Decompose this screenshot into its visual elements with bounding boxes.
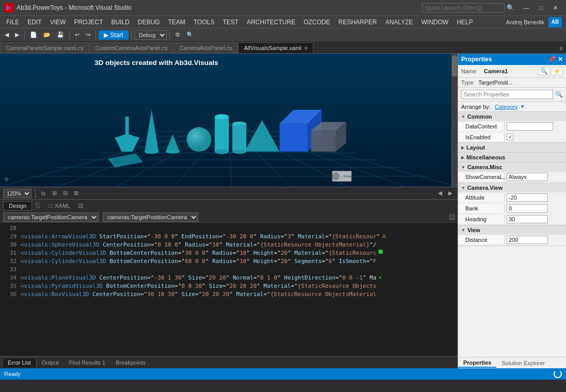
tb-sep-1	[24, 30, 25, 40]
prop-attitude-name: Attitude	[458, 193, 505, 202]
section-misc-triangle: ▶	[461, 155, 464, 160]
code-dropdown-1[interactable]: cameras:TargetPositionCamera	[3, 213, 99, 222]
prop-distance-val	[505, 235, 566, 245]
section-view: ▼ View Distance	[458, 225, 566, 246]
menu-edit[interactable]: EDIT	[23, 18, 45, 27]
section-camera-misc-header[interactable]: ▼ Camera.Misc	[458, 162, 566, 172]
arrow-left-btn[interactable]: ◀	[436, 189, 444, 197]
svg-point-43	[332, 173, 339, 180]
section-camera-view-header[interactable]: ▼ Camera.View	[458, 183, 566, 192]
tb-back[interactable]: ◀	[2, 30, 11, 40]
properties-panel: Properties 📌 ✕ Name Camera1 🔍 ⚡ Type Tar…	[458, 54, 566, 368]
arrow-right-btn[interactable]: ▶	[446, 189, 454, 197]
menu-help[interactable]: HELP	[452, 18, 477, 27]
props-title-label: Properties	[461, 56, 492, 63]
xaml-tab[interactable]: □ XAML	[43, 201, 76, 210]
tab-overflow-button[interactable]: ≡	[556, 44, 566, 53]
tab-camera-panels[interactable]: CameraPanelsSample.xaml.cs	[0, 42, 89, 53]
snap-btn[interactable]: ⊟	[61, 189, 70, 197]
section-view-header[interactable]: ▼ View	[458, 225, 566, 235]
section-misc: ▶ Miscellaneous	[458, 153, 566, 162]
menu-analyze[interactable]: ANALYZE	[381, 18, 417, 27]
prop-distance: Distance	[458, 235, 566, 246]
prop-icon-lightning[interactable]: ⚡	[551, 67, 563, 75]
tb-undo[interactable]: ↩	[72, 30, 82, 40]
tb-redo[interactable]: ↪	[83, 30, 93, 40]
code-line-35: 35 <visuals:PyramidVisual3D BottomCenter…	[0, 283, 458, 291]
tab-custom-camera[interactable]: CustomCameraAxisPanel.cs	[89, 42, 173, 53]
start-button[interactable]: ▶ Start	[99, 30, 129, 40]
section-misc-header[interactable]: ▶ Miscellaneous	[458, 153, 566, 162]
title-bar: Ab3d.PowerToys - Microsoft Visual Studio…	[0, 0, 566, 15]
bottom-tab-find[interactable]: Find Results 1	[64, 358, 111, 367]
prop-showcameral-name: ShowCameraL...	[458, 173, 505, 181]
window-title: Ab3d.PowerToys - Microsoft Visual Studio	[17, 4, 422, 11]
menu-architecture[interactable]: ARCHITECTURE	[243, 18, 300, 27]
menu-file[interactable]: FILE	[2, 18, 23, 27]
align-btn[interactable]: ⊠	[72, 189, 81, 197]
arrange-dropdown-icon[interactable]: ▾	[521, 103, 524, 110]
prop-bank-input[interactable]	[507, 204, 548, 213]
prop-isenabled-checkbox[interactable]	[507, 134, 513, 140]
props-search-input[interactable]	[461, 90, 553, 99]
props-btab-properties[interactable]: Properties	[458, 358, 496, 368]
design-tab[interactable]: Design	[3, 201, 32, 210]
menu-tools[interactable]: TOOLS	[190, 18, 218, 27]
section-layout-label: Layout	[466, 144, 485, 151]
xaml-options-btn[interactable]: ⊡	[78, 202, 83, 209]
props-close-btn[interactable]: ✕	[558, 56, 563, 63]
bottom-tab-breakpoints[interactable]: Breakpoints	[111, 358, 151, 367]
prop-datacontext-input[interactable]	[507, 122, 553, 130]
debug-config-select[interactable]: Debug	[134, 30, 167, 40]
bottom-tab-errors[interactable]: Error List	[2, 357, 37, 367]
section-common-header[interactable]: ▼ Common	[458, 112, 566, 121]
arrange-category-link[interactable]: Category	[495, 104, 518, 110]
props-search: 🔍	[458, 88, 566, 102]
code-collapse-btn[interactable]	[449, 215, 454, 220]
props-btab-solution[interactable]: Solution Explorer	[496, 359, 550, 367]
close-button[interactable]: ✕	[548, 3, 562, 13]
menu-debug[interactable]: DEBUG	[134, 18, 164, 27]
prop-isenabled-name: IsEnabled	[458, 133, 505, 141]
tb-forward[interactable]: ▶	[12, 30, 22, 40]
prop-heading: Heading	[458, 214, 566, 225]
tb-save[interactable]: 💾	[54, 30, 67, 40]
prop-icon-search[interactable]: 🔍	[538, 67, 550, 75]
prop-heading-input[interactable]	[507, 215, 548, 223]
zoom-select[interactable]: 120%	[3, 189, 32, 198]
props-type-row: Type TargetPositi...	[458, 78, 566, 88]
tb-open[interactable]: 📂	[41, 30, 53, 40]
svg-marker-21	[115, 117, 139, 152]
toolbar: ◀ ▶ 📄 📂 💾 ↩ ↪ ▶ Start Debug ⚙ 🔍	[0, 28, 566, 41]
prop-attitude-input[interactable]	[507, 193, 548, 202]
maximize-button[interactable]: □	[534, 3, 547, 13]
quick-launch-input[interactable]	[422, 3, 505, 12]
menu-test[interactable]: TEST	[218, 18, 243, 27]
svg-marker-24	[166, 134, 180, 152]
tab-all-visuals[interactable]: AllVisualsSample.xaml ✕	[238, 42, 313, 53]
prop-distance-input[interactable]	[507, 236, 548, 244]
section-misc-label: Miscellaneous	[466, 154, 505, 160]
menu-window[interactable]: WINDOW	[417, 18, 453, 27]
tab-camera-axis[interactable]: CameraAxisPanel.cs	[174, 42, 238, 53]
props-pin-btn[interactable]: 📌	[548, 56, 556, 63]
menu-view[interactable]: VIEW	[46, 18, 70, 27]
menu-resharper[interactable]: RESHARPER	[334, 18, 381, 27]
menu-team[interactable]: TEAM	[164, 18, 189, 27]
tb-extra-1[interactable]: ⚙	[172, 30, 183, 40]
tab-close-icon[interactable]: ✕	[304, 45, 308, 51]
tb-new[interactable]: 📄	[27, 30, 40, 40]
window-controls: — □ ✕	[520, 3, 562, 13]
menu-ozcode[interactable]: OZCODE	[300, 18, 334, 27]
section-layout-header[interactable]: ▶ Layout	[458, 143, 566, 152]
fit-btn[interactable]: fx	[39, 190, 48, 197]
bottom-tab-output[interactable]: Output	[37, 358, 64, 367]
grid-btn[interactable]: ⊞	[50, 189, 59, 197]
menu-build[interactable]: BUILD	[107, 18, 133, 27]
tb-extra-2[interactable]: 🔍	[184, 30, 196, 40]
prop-datacontext-expand[interactable]: ⋯	[555, 124, 560, 129]
prop-showcameral-input[interactable]	[507, 173, 548, 181]
menu-project[interactable]: PROJECT	[70, 18, 107, 27]
minimize-button[interactable]: —	[520, 3, 533, 13]
code-dropdown-2[interactable]: cameras:TargetPositionCamera	[103, 213, 198, 222]
